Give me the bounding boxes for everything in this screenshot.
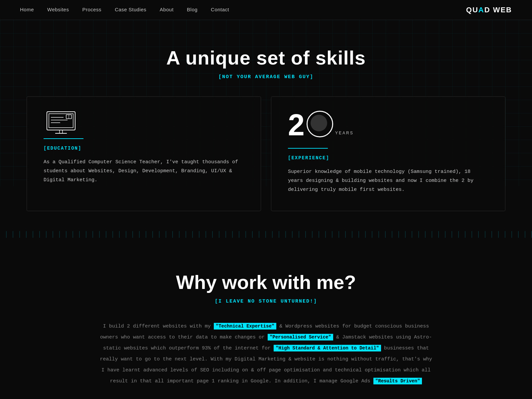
monitor-icon	[44, 110, 244, 138]
svg-rect-1	[49, 114, 73, 128]
skills-subtitle: [NOT YOUR AVERAGE WEB GUY]	[27, 74, 505, 80]
cards-container: [EDUCATION] As a Qualified Computer Scie…	[27, 96, 505, 211]
highlight-personalised-service: "Personalised Service"	[268, 334, 333, 340]
nav-links: Home Websites Process Case Studies About…	[20, 7, 229, 13]
why-section: Why work with me? [I LEAVE NO STONE UNTU…	[0, 244, 532, 399]
nav-blog[interactable]: Blog	[187, 7, 198, 12]
experience-divider	[288, 148, 328, 149]
nav-home[interactable]: Home	[20, 7, 34, 12]
navigation: Home Websites Process Case Studies About…	[0, 0, 532, 20]
exp-digit-zero	[307, 111, 333, 137]
highlight-results-driven: "Results Driven"	[373, 378, 422, 384]
nav-contact[interactable]: Contact	[211, 7, 229, 12]
nav-process[interactable]: Process	[82, 7, 101, 12]
skills-section: A unique set of skills [NOT YOUR AVERAGE…	[0, 20, 532, 231]
grid-divider	[0, 231, 532, 238]
nav-case-studies[interactable]: Case Studies	[115, 7, 146, 12]
experience-number-icon: 2 YEARS	[288, 110, 488, 140]
education-card: [EDUCATION] As a Qualified Computer Scie…	[27, 96, 261, 211]
why-body: I build 2 different websites with my "Te…	[100, 321, 432, 387]
nav-websites[interactable]: Websites	[47, 7, 69, 12]
experience-text: Superior knowledge of mobile technology …	[288, 167, 488, 194]
main-content: A unique set of skills [NOT YOUR AVERAGE…	[0, 20, 532, 399]
exp-years-label: YEARS	[335, 131, 354, 135]
education-divider	[44, 138, 83, 139]
highlight-high-standard: "High Standard & Attention to Detail"	[274, 345, 381, 351]
exp-digit-two: 2	[288, 110, 305, 140]
why-subtitle: [I LEAVE NO STONE UNTURNED!]	[27, 299, 505, 304]
education-label: [EDUCATION]	[44, 146, 244, 151]
why-text-part-1: I build 2 different websites with my	[103, 324, 214, 329]
site-logo[interactable]: QUAD WEB	[466, 6, 512, 14]
education-text: As a Qualified Computer Science Teacher,…	[44, 158, 244, 185]
experience-label: [EXPERIENCE]	[288, 155, 488, 161]
svg-rect-2	[60, 130, 63, 133]
experience-card: 2 YEARS [EXPERIENCE] Superior knowledge …	[271, 96, 505, 211]
nav-about[interactable]: About	[160, 7, 174, 12]
why-heading: Why work with me?	[27, 271, 505, 293]
skills-heading: A unique set of skills	[27, 47, 505, 69]
highlight-technical-expertise: "Technical Expertise"	[214, 323, 276, 330]
